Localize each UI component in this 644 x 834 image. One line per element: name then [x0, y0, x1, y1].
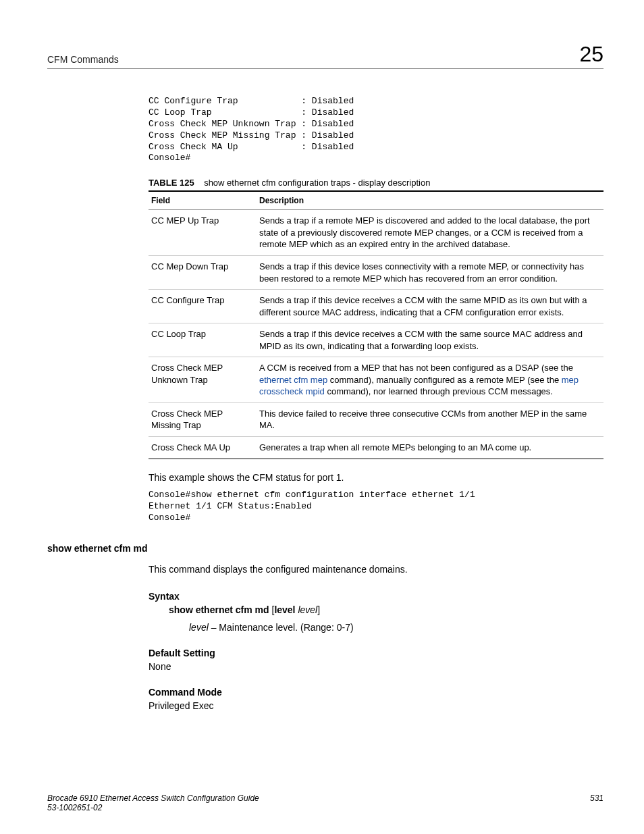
desc-cell: Sends a trap if this device loses connec… — [257, 255, 603, 289]
table-row: Cross Check MEP Unknown Trap A CCM is re… — [149, 357, 603, 403]
command-mode-value: Privileged Exec — [149, 700, 603, 711]
command-mode-heading: Command Mode — [149, 687, 603, 698]
footer-page-number: 531 — [590, 793, 603, 812]
desc-cell: Sends a trap if a remote MEP is discover… — [257, 210, 603, 256]
table-row: CC Loop Trap Sends a trap if this device… — [149, 323, 603, 357]
desc-cell: Generates a trap when all remote MEPs be… — [257, 437, 603, 459]
page-header: CFM Commands 25 — [47, 42, 603, 69]
description-table: Field Description CC MEP Up Trap Sends a… — [149, 190, 603, 459]
default-setting-heading: Default Setting — [149, 648, 603, 658]
table-label: TABLE 125 — [149, 178, 194, 188]
table-header-description: Description — [257, 192, 603, 210]
table-row: CC Configure Trap Sends a trap if this d… — [149, 290, 603, 323]
table-row: Cross Check MEP Missing Trap This device… — [149, 402, 603, 436]
syntax-heading: Syntax — [149, 591, 603, 602]
desc-cell: Sends a trap if this device receives a C… — [257, 290, 603, 323]
desc-cell: A CCM is received from a MEP that has no… — [257, 357, 603, 403]
table-header-field: Field — [149, 192, 257, 210]
table-row: CC MEP Up Trap Sends a trap if a remote … — [149, 210, 603, 256]
table-caption: TABLE 125 show ethernet cfm configuratio… — [149, 178, 603, 188]
page-footer: Brocade 6910 Ethernet Access Switch Conf… — [47, 793, 603, 812]
desc-cell: This device failed to receive three cons… — [257, 402, 603, 436]
table-row: Cross Check MA Up Generates a trap when … — [149, 437, 603, 459]
field-cell: CC Mep Down Trap — [149, 255, 257, 289]
syntax-line: show ethernet cfm md [level level] — [169, 604, 603, 615]
command-name-heading: show ethernet cfm md — [47, 543, 603, 554]
table-row: CC Mep Down Trap Sends a trap if this de… — [149, 255, 603, 289]
desc-cell: Sends a trap if this device receives a C… — [257, 323, 603, 357]
param-line: level – Maintenance level. (Range: 0-7) — [189, 622, 603, 633]
field-cell: CC Loop Trap — [149, 323, 257, 357]
footer-part-number: 53-1002651-02 — [47, 803, 259, 812]
command-description: This command displays the configured mai… — [149, 563, 603, 577]
chapter-number: 25 — [579, 42, 603, 67]
field-cell: Cross Check MEP Unknown Trap — [149, 357, 257, 403]
field-cell: CC MEP Up Trap — [149, 210, 257, 256]
field-cell: Cross Check MA Up — [149, 437, 257, 459]
header-section-title: CFM Commands — [47, 42, 119, 65]
field-cell: Cross Check MEP Missing Trap — [149, 402, 257, 436]
example-intro: This example shows the CFM status for po… — [149, 471, 603, 485]
table-title: show ethernet cfm configuration traps - … — [204, 178, 430, 188]
default-setting-value: None — [149, 661, 603, 672]
console-output-2: Console#show ethernet cfm configuration … — [149, 490, 603, 524]
footer-doc-title: Brocade 6910 Ethernet Access Switch Conf… — [47, 793, 259, 803]
field-cell: CC Configure Trap — [149, 290, 257, 323]
link-ethernet-cfm-mep[interactable]: ethernet cfm mep — [259, 375, 327, 385]
console-output-1: CC Configure Trap : Disabled CC Loop Tra… — [149, 96, 603, 164]
